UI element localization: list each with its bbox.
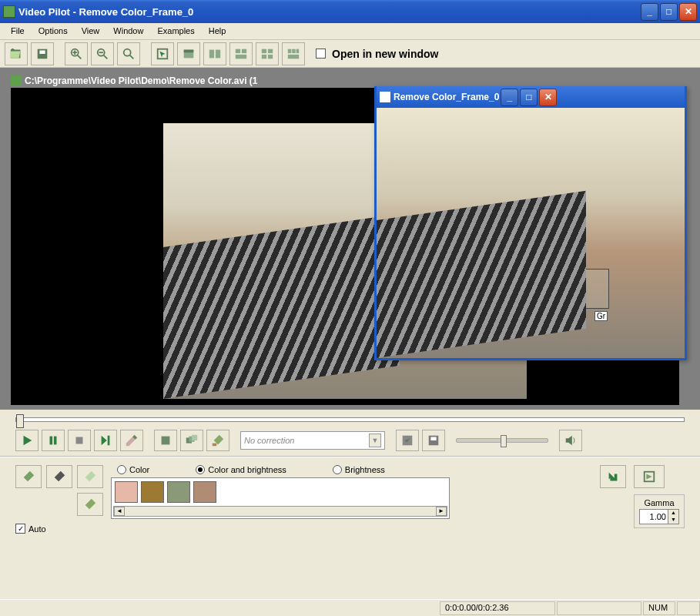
swatch-3[interactable] bbox=[193, 481, 216, 503]
svg-rect-21 bbox=[50, 437, 53, 445]
apply-button[interactable] bbox=[396, 430, 419, 451]
child-maximize-button[interactable]: □ bbox=[520, 89, 538, 106]
svg-rect-20 bbox=[288, 54, 299, 58]
open-button[interactable] bbox=[5, 42, 28, 65]
menu-window[interactable]: Window bbox=[107, 25, 149, 38]
window-title: Video Pilot - Remove Color_Frame_0 bbox=[18, 6, 193, 18]
mode-group: Color Color and brightness Brightness ◄ … bbox=[111, 465, 592, 534]
child-close-button[interactable]: ✕ bbox=[539, 89, 557, 106]
svg-rect-9 bbox=[216, 49, 220, 58]
preview-button[interactable] bbox=[634, 465, 665, 488]
chevron-down-icon[interactable]: ▼ bbox=[369, 434, 381, 447]
maximize-button[interactable]: □ bbox=[660, 3, 678, 21]
correction-combo[interactable]: No correction ▼ bbox=[240, 431, 385, 450]
menu-options[interactable]: Options bbox=[32, 25, 74, 38]
swatch-1[interactable] bbox=[141, 481, 164, 503]
status-time: 0:0:0.00/0:0:2.36 bbox=[440, 601, 555, 615]
svg-rect-22 bbox=[54, 437, 57, 445]
eyedropper-button[interactable] bbox=[120, 430, 143, 451]
open-new-window-checkbox[interactable] bbox=[316, 49, 326, 59]
zoom-out-button[interactable] bbox=[91, 42, 114, 65]
layout-4-button[interactable] bbox=[256, 42, 279, 65]
step-button[interactable] bbox=[94, 430, 117, 451]
scroll-left-icon[interactable]: ◄ bbox=[114, 507, 125, 516]
gain-slider[interactable] bbox=[456, 438, 548, 443]
multi-frame-button[interactable] bbox=[180, 430, 203, 451]
gamma-box: Gamma ▲ ▼ bbox=[634, 494, 685, 528]
gamma-spinner[interactable]: ▲ ▼ bbox=[639, 509, 679, 524]
svg-rect-18 bbox=[292, 49, 296, 52]
svg-rect-25 bbox=[162, 437, 170, 445]
gain-thumb[interactable] bbox=[501, 435, 507, 447]
child-title-bar[interactable]: Remove Color_Frame_0 _ □ ✕ bbox=[377, 86, 685, 108]
pause-button[interactable] bbox=[42, 430, 65, 451]
svg-rect-8 bbox=[209, 49, 214, 58]
speaker-button[interactable] bbox=[559, 430, 582, 451]
selection-box[interactable] bbox=[569, 269, 609, 309]
document-icon bbox=[11, 75, 22, 86]
brush-3-button[interactable] bbox=[77, 465, 103, 488]
minimize-button[interactable]: _ bbox=[641, 3, 658, 21]
swatch-box: ◄ ► bbox=[111, 477, 450, 519]
single-frame-button[interactable] bbox=[154, 430, 177, 451]
menu-bar: File Options View Window Examples Help bbox=[0, 23, 700, 40]
menu-examples[interactable]: Examples bbox=[151, 25, 200, 38]
brush-2-button[interactable] bbox=[46, 465, 72, 488]
gamma-input[interactable] bbox=[640, 512, 668, 521]
timeline-slider[interactable] bbox=[15, 417, 685, 422]
app-icon bbox=[3, 5, 15, 18]
status-empty bbox=[557, 601, 641, 615]
close-button[interactable]: ✕ bbox=[679, 3, 697, 21]
menu-view[interactable]: View bbox=[75, 25, 106, 38]
play-button[interactable] bbox=[15, 430, 39, 451]
brush-1-button[interactable] bbox=[15, 465, 42, 488]
swatch-scrollbar[interactable]: ◄ ► bbox=[113, 506, 447, 517]
child-window[interactable]: Remove Color_Frame_0 _ □ ✕ Gr bbox=[374, 86, 687, 360]
svg-rect-32 bbox=[430, 437, 436, 441]
menu-file[interactable]: File bbox=[5, 25, 31, 38]
main-toolbar: Open in new window bbox=[0, 40, 700, 68]
playback-controls: No correction ▼ bbox=[0, 425, 700, 457]
correction-combo-text: No correction bbox=[244, 436, 294, 445]
zoom-in-button[interactable] bbox=[65, 42, 88, 65]
radio-color[interactable]: Color bbox=[117, 465, 149, 474]
bottom-panel: Auto Color Color and brightness Brightne… bbox=[0, 457, 700, 541]
document-title-bar: C:\Programme\Video Pilot\Demo\Remove Col… bbox=[11, 75, 689, 86]
save-button[interactable] bbox=[31, 42, 54, 65]
select-button[interactable] bbox=[151, 42, 174, 65]
child-minimize-button[interactable]: _ bbox=[501, 89, 518, 106]
timeline-row bbox=[0, 410, 700, 425]
stop-button[interactable] bbox=[68, 430, 91, 451]
gamma-up-icon[interactable]: ▲ bbox=[668, 510, 678, 517]
scroll-right-icon[interactable]: ► bbox=[436, 507, 447, 516]
swatch-0[interactable] bbox=[115, 481, 138, 503]
radio-brightness[interactable]: Brightness bbox=[333, 465, 385, 474]
layout-2-button[interactable] bbox=[203, 42, 226, 65]
svg-rect-11 bbox=[242, 49, 246, 52]
child-title: Remove Color_Frame_0 bbox=[394, 92, 499, 102]
svg-rect-17 bbox=[288, 49, 292, 52]
save-frame-button[interactable] bbox=[422, 430, 445, 451]
layout-1-button[interactable] bbox=[177, 42, 200, 65]
child-image[interactable]: Gr bbox=[377, 108, 685, 358]
status-bar: 0:0:0.00/0:0:2.36 NUM bbox=[0, 599, 700, 616]
svg-rect-15 bbox=[262, 54, 266, 58]
brush-4-button[interactable] bbox=[77, 493, 103, 516]
menu-help[interactable]: Help bbox=[203, 25, 233, 38]
svg-rect-10 bbox=[236, 49, 240, 52]
pick-down-button[interactable] bbox=[600, 465, 626, 488]
swatch-2[interactable] bbox=[167, 481, 190, 503]
layout-5-button[interactable] bbox=[282, 42, 305, 65]
zoom-fit-button[interactable] bbox=[117, 42, 140, 65]
status-grip bbox=[677, 601, 700, 615]
auto-checkbox-row: Auto bbox=[15, 524, 103, 534]
svg-rect-28 bbox=[192, 435, 197, 440]
timeline-thumb[interactable] bbox=[16, 414, 24, 428]
layout-3-button[interactable] bbox=[229, 42, 253, 65]
svg-rect-7 bbox=[184, 49, 194, 52]
radio-color-brightness[interactable]: Color and brightness bbox=[196, 465, 286, 474]
brush-tool-button[interactable] bbox=[206, 430, 229, 451]
auto-checkbox[interactable] bbox=[15, 524, 25, 534]
gamma-down-icon[interactable]: ▼ bbox=[668, 517, 678, 524]
svg-point-4 bbox=[124, 49, 131, 55]
